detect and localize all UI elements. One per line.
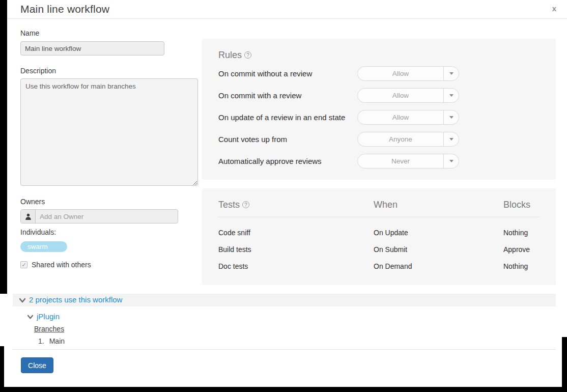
rule-label: On update of a review in an end state [218,113,345,122]
dialog-title: Main line workflow [20,3,109,15]
rule-dropdown-commit-without-review[interactable]: Allow [357,66,459,81]
help-icon[interactable]: ? [244,51,251,59]
when-column-header: When [374,200,398,210]
branch-number: 1. [38,337,44,345]
chevron-down-icon[interactable] [443,67,459,80]
branch-name: Main [49,337,65,345]
description-label: Description [20,67,56,75]
test-blocks: Approve [503,245,530,254]
name-input[interactable] [20,41,164,55]
close-button[interactable]: Close [21,357,53,373]
rule-label: Count votes up from [218,135,287,144]
chevron-down-icon[interactable] [443,132,459,146]
rule-label: Automatically approve reviews [218,157,322,165]
rule-dropdown-update-end-state[interactable]: Allow [357,110,459,125]
test-row: Code sniff On Update Nothing [218,229,540,239]
branches-link[interactable]: Branches [34,325,64,333]
rule-row: Automatically approve reviews Never [218,154,541,169]
individuals-label: Individuals: [20,228,56,236]
shared-checkbox[interactable]: ✓ [20,261,27,268]
test-name: Build tests [218,245,251,254]
rule-label: On commit with a review [218,91,301,100]
screen-edge-left [0,0,7,294]
chevron-down-icon[interactable] [443,154,459,168]
rule-dropdown-auto-approve[interactable]: Never [357,154,459,169]
rule-row: Count votes up from Anyone [218,132,541,147]
dropdown-value: Allow [358,110,443,124]
blocks-column-header: Blocks [503,200,530,210]
name-label: Name [20,29,39,37]
rules-heading-text: Rules [218,50,242,60]
person-icon [21,210,36,223]
tests-panel: Tests? When Blocks Code sniff On Update … [202,188,556,285]
test-when: On Update [374,229,408,237]
test-blocks: Nothing [503,262,528,270]
workflow-dialog: Main line workflow x Name Description Us… [0,0,567,392]
test-when: On Demand [374,262,412,270]
owners-field [20,209,178,223]
project-link-jplugin[interactable]: jPlugin [37,312,60,321]
rule-row: On update of a review in an end state Al… [218,110,541,125]
rules-heading: Rules? [218,50,251,61]
add-owner-input[interactable] [36,210,178,223]
branch-list-item: 1.Main [38,337,65,345]
tests-heading: Tests? [218,200,249,210]
rule-label: On commit without a review [218,69,312,78]
projects-section: 2 projects use this workflow jPlugin Bra… [13,294,556,350]
screen-edge-bottom [0,387,567,392]
rule-row: On commit with a review Allow [218,88,541,103]
tests-header-divider [218,217,540,217]
rules-panel: Rules? On commit without a review Allow … [202,39,556,180]
tests-header-row: Tests? When Blocks [218,200,540,212]
dialog-header: Main line workflow x [7,0,567,19]
description-input[interactable]: Use this workflow for main branches [20,78,198,186]
test-blocks: Nothing [503,229,528,237]
screen-edge-right-bottom [562,337,567,392]
test-name: Code sniff [218,229,250,237]
tests-heading-text: Tests [218,200,240,210]
chevron-down-icon[interactable] [443,89,459,102]
rule-dropdown-commit-with-review[interactable]: Allow [357,88,459,103]
close-icon[interactable]: x [552,4,556,14]
rule-dropdown-count-votes[interactable]: Anyone [357,132,459,147]
dropdown-value: Never [358,154,443,168]
help-icon[interactable]: ? [242,201,249,208]
dropdown-value: Allow [358,89,443,102]
shared-checkbox-label: Shared with others [32,261,91,269]
dropdown-value: Anyone [358,132,443,146]
test-name: Doc tests [218,262,248,270]
test-row: Build tests On Submit Approve [218,245,540,256]
projects-expander-header[interactable]: 2 projects use this workflow [13,294,556,306]
test-row: Doc tests On Demand Nothing [218,262,540,272]
projects-summary-link[interactable]: 2 projects use this workflow [29,295,122,304]
screen-edge-left-bottom [0,346,4,392]
owner-badge-swarm[interactable]: swarm [20,241,67,252]
chevron-down-icon[interactable] [443,110,459,124]
owners-label: Owners [20,198,45,206]
chevron-down-icon[interactable] [27,315,34,321]
rule-row: On commit without a review Allow [218,66,541,81]
test-when: On Submit [374,245,407,254]
chevron-down-icon[interactable] [19,298,25,304]
shared-with-others-row: ✓ Shared with others [20,261,91,269]
dropdown-value: Allow [358,67,443,80]
